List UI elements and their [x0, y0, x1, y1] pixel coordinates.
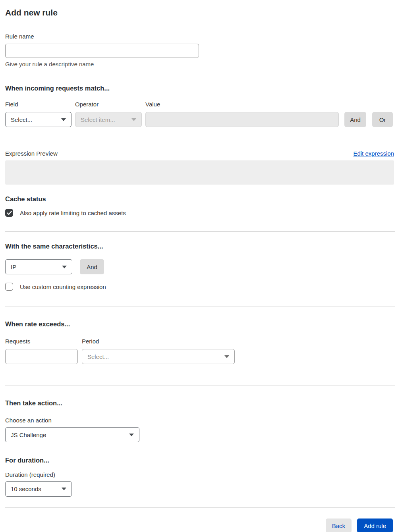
cache-status-heading: Cache status	[5, 195, 393, 203]
requests-label: Requests	[5, 338, 78, 345]
rule-name-label: Rule name	[5, 33, 393, 40]
cache-status-checkbox[interactable]	[5, 209, 13, 217]
characteristics-select-value: IP	[11, 264, 16, 270]
chevron-down-icon	[61, 118, 66, 121]
custom-counting-checkbox[interactable]	[5, 283, 13, 291]
add-characteristic-button[interactable]: And	[80, 259, 104, 274]
back-button[interactable]: Back	[326, 519, 352, 532]
operator-label: Operator	[75, 101, 142, 108]
duration-label: Duration (required)	[5, 472, 393, 478]
period-select-placeholder: Select...	[87, 353, 109, 360]
match-section-heading: When incoming requests match...	[5, 85, 393, 92]
field-label: Field	[5, 101, 71, 108]
field-select[interactable]: Select...	[5, 112, 71, 127]
duration-select[interactable]: 10 seconds	[5, 481, 72, 497]
action-select[interactable]: JS Challenge	[5, 427, 139, 442]
rule-name-help: Give your rule a descriptive name	[5, 61, 393, 67]
operator-select-value: Select item...	[81, 116, 115, 123]
footer-divider	[5, 507, 395, 508]
duration-section-heading: For duration...	[5, 457, 393, 464]
period-label: Period	[82, 338, 235, 345]
add-rule-form: Add new rule Rule name Give your rule a …	[0, 0, 398, 532]
characteristics-heading: With the same characteristics...	[5, 243, 393, 250]
value-input	[145, 112, 339, 127]
action-select-value: JS Challenge	[11, 432, 46, 438]
custom-counting-checkbox-label: Use custom counting expression	[20, 283, 106, 290]
rule-name-input[interactable]	[5, 44, 199, 58]
section-divider	[5, 231, 395, 232]
or-condition-button[interactable]: Or	[372, 112, 393, 127]
and-condition-button[interactable]: And	[344, 112, 366, 127]
rate-section-heading: When rate exceeds...	[5, 320, 393, 328]
cache-status-checkbox-label: Also apply rate limiting to cached asset…	[20, 210, 126, 216]
operator-select: Select item...	[75, 112, 142, 127]
chevron-down-icon	[129, 434, 134, 436]
section-divider	[5, 306, 395, 306]
expression-preview-box	[5, 160, 394, 185]
period-select[interactable]: Select...	[82, 349, 235, 364]
requests-input[interactable]	[5, 349, 78, 364]
page-title: Add new rule	[5, 8, 393, 17]
checkmark-icon	[7, 211, 12, 215]
duration-select-value: 10 seconds	[11, 486, 41, 492]
chevron-down-icon	[62, 488, 66, 490]
edit-expression-link[interactable]: Edit expression	[353, 150, 394, 157]
characteristics-select[interactable]: IP	[5, 259, 72, 274]
chevron-down-icon	[131, 118, 136, 121]
field-select-value: Select...	[11, 116, 32, 123]
chevron-down-icon	[224, 355, 229, 358]
value-label: Value	[145, 101, 339, 108]
add-rule-button[interactable]: Add rule	[357, 519, 393, 532]
choose-action-label: Choose an action	[5, 417, 393, 424]
section-divider	[5, 385, 395, 386]
action-section-heading: Then take action...	[5, 399, 393, 407]
chevron-down-icon	[62, 266, 67, 268]
expression-preview-label: Expression Preview	[5, 150, 58, 157]
